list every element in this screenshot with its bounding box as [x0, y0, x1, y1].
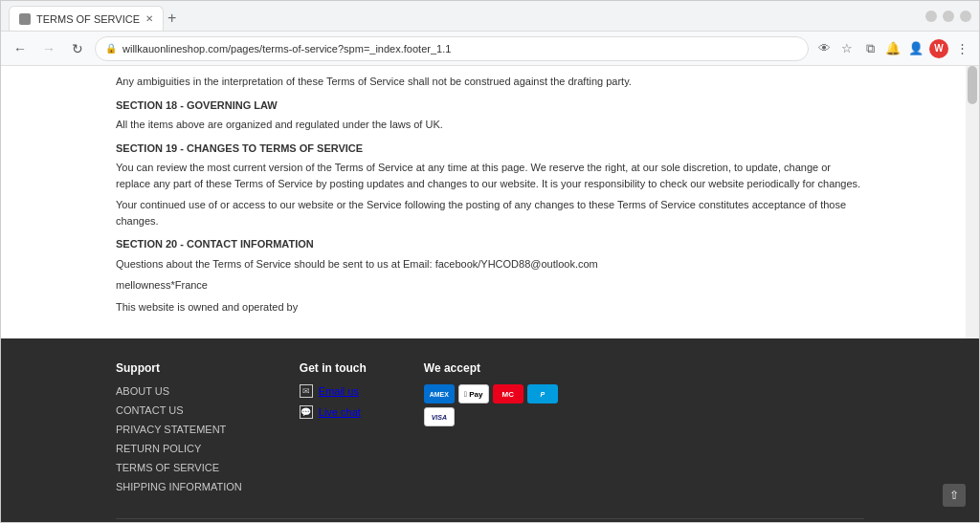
menu-icon[interactable]: ⋮: [952, 39, 971, 58]
list-item: CONTACT US: [116, 403, 242, 417]
amex-card: AMEX: [424, 384, 455, 403]
user-avatar[interactable]: W: [929, 39, 948, 58]
list-item: PRIVACY STATEMENT: [116, 423, 242, 436]
payment-icons-row2: VISA: [424, 407, 558, 426]
section18-title: SECTION 18 - GOVERNING LAW: [116, 98, 864, 114]
extensions-icon[interactable]: ⧉: [860, 39, 880, 58]
email-contact: ✉ Email us: [300, 384, 367, 398]
list-item: ABOUT US: [116, 384, 242, 398]
intro-paragraph: Any ambiguities in the interpretation of…: [116, 74, 864, 90]
title-bar: TERMS OF SERVICE ✕ +: [1, 1, 979, 32]
tab-area: TERMS OF SERVICE ✕ +: [9, 1, 918, 31]
active-tab[interactable]: TERMS OF SERVICE ✕: [9, 6, 164, 31]
tab-favicon: [19, 13, 31, 25]
footer: Support ABOUT US CONTACT US PRIVACY STAT…: [1, 338, 979, 522]
contact-heading: Get in touch: [300, 361, 367, 375]
footer-contact-col: Get in touch ✉ Email us 💬 Live chat: [300, 361, 367, 499]
section20-text: Questions about the Terms of Service sho…: [116, 256, 864, 272]
new-tab-button[interactable]: +: [164, 6, 180, 31]
section20-text2: mellowness*France: [116, 277, 864, 294]
scroll-to-top-button[interactable]: ⇧: [943, 484, 966, 507]
contact-us-link[interactable]: CONTACT US: [116, 404, 184, 416]
visa-card: VISA: [424, 407, 455, 426]
live-chat-link[interactable]: Live chat: [319, 406, 361, 418]
forward-button[interactable]: →: [37, 37, 60, 60]
browser-frame: TERMS OF SERVICE ✕ + ← → ↻ 🔒 willkauonli…: [0, 0, 980, 523]
mastercard-card: MC: [493, 384, 523, 403]
reload-button[interactable]: ↻: [66, 37, 89, 60]
scrollbar[interactable]: [966, 66, 979, 338]
list-item: TERMS OF SERVICE: [116, 461, 242, 474]
address-bar[interactable]: 🔒 willkauonlineshop.com/pages/terms-of-s…: [95, 36, 809, 61]
bookmark-icon[interactable]: ☆: [837, 39, 857, 58]
tab-title: TERMS OF SERVICE: [36, 13, 140, 25]
support-heading: Support: [116, 361, 242, 375]
page-content: Any ambiguities in the interpretation of…: [1, 66, 979, 522]
chat-contact: 💬 Live chat: [300, 405, 367, 419]
maximize-button[interactable]: [943, 11, 954, 22]
footer-payment-col: We accept AMEX  Pay MC P VISA: [424, 361, 558, 499]
paypal-card: P: [527, 384, 558, 403]
email-icon: ✉: [300, 384, 313, 398]
section19-text1: You can review the most current version …: [116, 160, 864, 191]
chat-icon: 💬: [300, 405, 313, 419]
support-links-list: ABOUT US CONTACT US PRIVACY STATEMENT RE…: [116, 384, 242, 493]
section20-text3: This website is owned and operated by: [116, 299, 864, 316]
scrollbar-thumb[interactable]: [968, 66, 977, 104]
nav-bar: ← → ↻ 🔒 willkauonlineshop.com/pages/term…: [1, 32, 979, 66]
minimize-button[interactable]: [925, 11, 937, 22]
section20-title: SECTION 20 - CONTACT INFORMATION: [116, 236, 864, 252]
section19-text2: Your continued use of or access to our w…: [116, 197, 864, 229]
list-item: SHIPPING INFORMATION: [116, 480, 242, 493]
email-us-link[interactable]: Email us: [319, 385, 359, 397]
browser-toolbar: 👁 ☆ ⧉ 🔔 👤 W ⋮: [814, 39, 971, 58]
list-item: RETURN POLICY: [116, 442, 242, 455]
url-text: willkauonlineshop.com/pages/terms-of-ser…: [122, 43, 798, 54]
shipping-info-link[interactable]: SHIPPING INFORMATION: [116, 481, 242, 492]
eye-off-icon[interactable]: 👁: [814, 39, 834, 58]
footer-top: Support ABOUT US CONTACT US PRIVACY STAT…: [116, 361, 864, 499]
return-policy-link[interactable]: RETURN POLICY: [116, 443, 201, 454]
section19-title: SECTION 19 - CHANGES TO TERMS OF SERVICE: [116, 141, 864, 157]
content-area: Any ambiguities in the interpretation of…: [1, 66, 979, 338]
tab-close-button[interactable]: ✕: [145, 13, 153, 24]
privacy-statement-link[interactable]: PRIVACY STATEMENT: [116, 424, 226, 435]
footer-bottom: © 2023 LUCKY-NFL ABOUT US CONTACT US PRI…: [116, 518, 864, 522]
back-button[interactable]: ←: [9, 37, 32, 60]
payment-heading: We accept: [424, 361, 558, 375]
section18-text: All the items above are organized and re…: [116, 117, 864, 133]
close-button[interactable]: [960, 11, 971, 22]
applepay-card:  Pay: [458, 384, 489, 403]
lock-icon: 🔒: [105, 43, 117, 54]
profile-icon[interactable]: 👤: [906, 39, 925, 58]
window-controls: [925, 11, 971, 22]
about-us-link[interactable]: ABOUT US: [116, 385, 169, 397]
payment-icons: AMEX  Pay MC P: [424, 384, 558, 403]
footer-support-col: Support ABOUT US CONTACT US PRIVACY STAT…: [116, 361, 242, 499]
terms-of-service-link[interactable]: TERMS OF SERVICE: [116, 462, 219, 473]
notifications-icon[interactable]: 🔔: [883, 39, 902, 58]
